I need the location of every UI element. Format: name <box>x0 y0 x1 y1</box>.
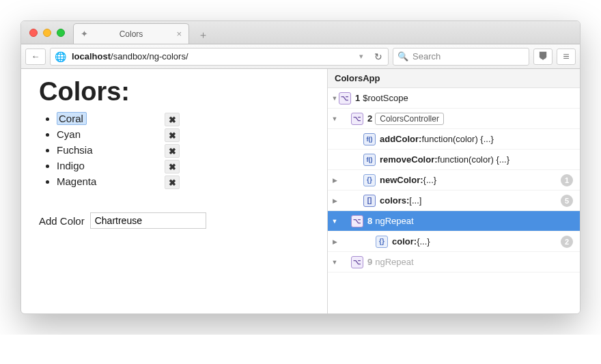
list-item[interactable]: Magenta✖ <box>57 173 180 189</box>
node-key: colors: <box>380 195 409 206</box>
remove-color-button[interactable]: ✖ <box>165 176 180 189</box>
url-bar[interactable]: 🌐 localhost/sandbox/ng-colors/ ▾ ↻ <box>50 48 389 66</box>
count-badge: 5 <box>561 195 573 207</box>
node-value: {...} <box>417 236 430 247</box>
list-item[interactable]: Indigo✖ <box>57 158 180 173</box>
node-key: newColor: <box>380 175 423 185</box>
tree-node[interactable]: ▼⌥8ngRepeat <box>328 211 580 232</box>
node-value: [...] <box>409 195 421 206</box>
globe-icon: 🌐 <box>51 51 69 62</box>
search-placeholder: Search <box>413 51 441 61</box>
minimize-window-icon[interactable] <box>43 29 51 37</box>
browser-window: ✦ Colors × ＋ ← 🌐 localhost/sandbox/ng-co… <box>20 20 581 314</box>
tree-node[interactable]: ▶{}color: {...}2 <box>328 232 580 252</box>
chevron-down-icon[interactable]: ▼ <box>331 218 339 225</box>
hamburger-menu-icon[interactable]: ≡ <box>557 48 576 65</box>
node-label: $rootScope <box>363 93 408 103</box>
color-name: Indigo <box>57 160 85 171</box>
tab-title: Colors <box>120 29 143 39</box>
scope-icon: ⌥ <box>351 256 363 268</box>
node-value: function(color) {...} <box>438 154 510 165</box>
inspector-panel: ColorsApp ▼⌥1$rootScope▼⌥2ColorsControll… <box>327 69 580 313</box>
obj-icon: {} <box>376 236 388 248</box>
close-icon: ✖ <box>169 178 176 188</box>
color-name: Fuchsia <box>57 144 93 156</box>
list-item[interactable]: Coral✖ <box>57 111 180 126</box>
close-icon: ✖ <box>169 115 176 125</box>
close-icon: ✖ <box>169 146 176 156</box>
arr-icon: [] <box>363 195 376 207</box>
count-badge: 2 <box>561 236 573 248</box>
count-badge: 1 <box>561 174 573 186</box>
node-value: function(color) {...} <box>421 134 494 144</box>
tab-strip: ✦ Colors × ＋ <box>73 21 580 44</box>
list-item[interactable]: Fuchsia✖ <box>57 142 180 158</box>
color-name: Cyan <box>57 128 81 140</box>
page-title: Colors: <box>39 77 309 107</box>
search-bar[interactable]: 🔍 Search <box>393 48 529 66</box>
inspector-title: ColorsApp <box>328 69 580 88</box>
reload-icon[interactable]: ↻ <box>369 51 388 62</box>
chevron-right-icon[interactable]: ▶ <box>331 238 339 245</box>
fn-icon: f() <box>363 133 376 145</box>
tab-favicon-icon: ✦ <box>81 29 88 39</box>
url-text: localhost/sandbox/ng-colors/ <box>69 51 191 61</box>
titlebar: ✦ Colors × ＋ <box>21 21 580 44</box>
page-content: Colors: Coral✖Cyan✖Fuchsia✖Indigo✖Magent… <box>21 69 327 313</box>
node-key: removeColor: <box>380 154 438 165</box>
traffic-lights <box>21 21 73 44</box>
node-label: ColorsController <box>375 113 444 125</box>
scope-icon: ⌥ <box>351 113 363 125</box>
remove-color-button[interactable]: ✖ <box>165 128 180 142</box>
tab-close-icon[interactable]: × <box>176 29 182 39</box>
back-button[interactable]: ← <box>25 48 46 65</box>
tree-node[interactable]: f()addColor: function(color) {...} <box>328 129 580 150</box>
scope-number: 9 <box>367 257 372 267</box>
scope-icon: ⌥ <box>339 92 351 104</box>
remove-color-button[interactable]: ✖ <box>165 160 180 173</box>
scope-tree: ▼⌥1$rootScope▼⌥2ColorsControllerf()addCo… <box>328 88 580 313</box>
chevron-right-icon[interactable]: ▶ <box>331 177 339 184</box>
node-value: {...} <box>423 175 437 185</box>
close-icon: ✖ <box>169 162 176 172</box>
remove-color-button[interactable]: ✖ <box>165 113 180 126</box>
tree-node[interactable]: ▼⌥1$rootScope <box>328 88 580 109</box>
url-dropdown-icon[interactable]: ▾ <box>354 52 369 61</box>
toolbar: ← 🌐 localhost/sandbox/ng-colors/ ▾ ↻ 🔍 S… <box>21 44 580 69</box>
back-arrow-icon: ← <box>31 51 40 61</box>
content-area: Colors: Coral✖Cyan✖Fuchsia✖Indigo✖Magent… <box>21 69 580 313</box>
remove-color-button[interactable]: ✖ <box>165 144 180 158</box>
chevron-down-icon[interactable]: ▼ <box>331 259 339 266</box>
search-icon: 🔍 <box>393 51 413 61</box>
color-name: Coral <box>57 112 87 125</box>
chevron-down-icon[interactable]: ▼ <box>331 115 339 122</box>
close-icon: ✖ <box>169 130 176 141</box>
obj-icon: {} <box>363 174 376 186</box>
add-color-row: Add Color <box>39 212 309 229</box>
angular-indicator-icon[interactable]: ⛊ <box>533 48 553 65</box>
scope-icon: ⌥ <box>351 215 363 227</box>
tree-node[interactable]: ▶{}newColor: {...}1 <box>328 170 580 191</box>
close-window-icon[interactable] <box>29 29 38 37</box>
add-color-input[interactable] <box>90 212 206 229</box>
tree-node[interactable]: ▼⌥9ngRepeat <box>328 252 580 272</box>
tree-node[interactable]: ▶[]colors: [...]5 <box>328 191 580 211</box>
chevron-right-icon[interactable]: ▶ <box>331 197 339 204</box>
node-key: addColor: <box>380 134 421 144</box>
node-label: ngRepeat <box>375 257 413 267</box>
chevron-down-icon[interactable]: ▼ <box>331 95 339 102</box>
tab-colors[interactable]: ✦ Colors × <box>73 23 189 44</box>
scope-number: 8 <box>367 216 372 226</box>
tree-node[interactable]: f()removeColor: function(color) {...} <box>328 150 580 170</box>
list-item[interactable]: Cyan✖ <box>57 126 180 142</box>
scope-number: 2 <box>367 113 372 124</box>
node-label: ngRepeat <box>375 216 413 226</box>
zoom-window-icon[interactable] <box>57 29 65 37</box>
node-key: color: <box>392 236 417 247</box>
scope-number: 1 <box>355 93 360 103</box>
new-tab-button[interactable]: ＋ <box>193 26 212 44</box>
fn-icon: f() <box>363 154 376 166</box>
tree-node[interactable]: ▼⌥2ColorsController <box>328 109 580 129</box>
color-name: Magenta <box>57 176 96 187</box>
add-color-label: Add Color <box>39 215 85 227</box>
